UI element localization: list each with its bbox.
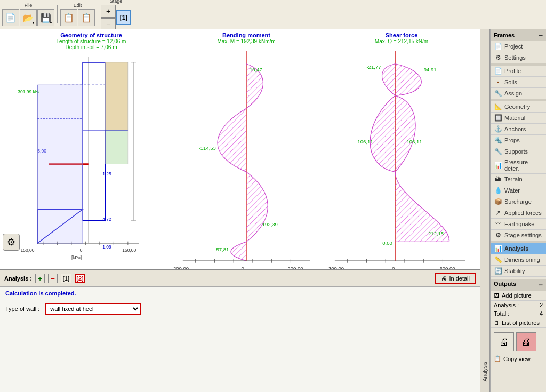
dimensioning-label: Dimensioning <box>504 257 540 263</box>
settings-col: ⚙ <box>3 32 12 267</box>
paste-button[interactable]: 📋 <box>78 9 95 26</box>
outputs-minimize-button[interactable]: − <box>539 281 543 289</box>
copy-view-label: Copy view <box>503 356 531 362</box>
frames-minimize-button[interactable]: − <box>539 31 543 39</box>
shear-chart: Shear force Max. Q = 212,15 kN/m <box>325 32 478 267</box>
geometry-depth: Depth in soil = 7,06 m <box>66 44 117 50</box>
wall-type-select[interactable]: wall fixed at heel wall free at heel can… <box>45 303 141 315</box>
svg-text:0: 0 <box>80 247 83 253</box>
bending-svg-container: 10,47 -114,53 192,39 -57,81 200,00 0 200… <box>170 44 323 269</box>
right-item-assign[interactable]: 🔧 Assign <box>491 88 546 99</box>
active-stage-button[interactable]: [1] <box>116 10 131 25</box>
applied-icon: ↗ <box>494 209 502 217</box>
add-picture-label: Add picture <box>502 292 532 299</box>
stability-label: Stability <box>504 268 525 274</box>
side-tab[interactable]: Analysis <box>480 29 490 392</box>
geometry-length: Length of structure = 12,06 m <box>57 38 126 44</box>
new-button[interactable]: 📄 <box>2 9 19 26</box>
earthquake-icon: 〰 <box>494 220 502 228</box>
print-preview-button[interactable]: 🖨 <box>516 332 536 351</box>
stage-group: Stage + − [1] <box>101 0 131 31</box>
right-item-project[interactable]: 📄 Project <box>491 41 546 52</box>
add-stage-button[interactable]: + <box>35 274 45 283</box>
stage1-button[interactable]: [1] <box>61 274 71 283</box>
save-button[interactable]: 💾▼ <box>37 9 54 26</box>
list-pictures-button[interactable]: 🗒 List of pictures <box>491 318 546 328</box>
svg-text:1,09: 1,09 <box>102 244 111 250</box>
stage-label: Stage <box>110 0 123 4</box>
svg-text:-57,81: -57,81 <box>214 246 229 252</box>
right-item-settings[interactable]: ⚙ Settings <box>491 52 546 63</box>
project-icon: 📄 <box>494 43 502 50</box>
right-item-supports[interactable]: 🔧 Supports <box>491 146 546 157</box>
surcharge-icon: 📦 <box>494 198 502 205</box>
assign-icon: 🔧 <box>494 90 502 97</box>
right-item-soils[interactable]: ▪ Soils <box>491 77 546 88</box>
right-item-profile[interactable]: 📄 Profile <box>491 66 546 77</box>
material-icon: 🔲 <box>494 114 502 122</box>
side-tab-label: Analysis <box>482 362 488 381</box>
bending-title[interactable]: Bending moment <box>222 32 270 38</box>
right-item-water[interactable]: 💧 Water <box>491 185 546 196</box>
water-label: Water <box>504 187 520 194</box>
pressure-icon: 📊 <box>494 162 502 169</box>
svg-text:212,15: 212,15 <box>428 230 444 236</box>
shear-svg-container: -21,77 94,91 -106,11 106,11 0,00 212,15 … <box>325 44 478 269</box>
svg-text:300,00: 300,00 <box>328 266 344 269</box>
terrain-icon: 🏔 <box>494 175 502 183</box>
right-item-earthquake[interactable]: 〰 Earthquake <box>491 219 546 230</box>
analysis-count-value: 2 <box>540 302 543 308</box>
right-item-material[interactable]: 🔲 Material <box>491 113 546 124</box>
earthquake-label: Earthquake <box>504 221 534 227</box>
profile-label: Profile <box>504 68 521 74</box>
calc-complete-text: Calculation is completed. <box>0 287 480 300</box>
right-item-terrain[interactable]: 🏔 Terrain <box>491 174 546 185</box>
supports-icon: 🔧 <box>494 148 502 155</box>
svg-text:300,00: 300,00 <box>440 266 455 269</box>
total-count-value: 4 <box>540 310 543 317</box>
settings-label: Settings <box>504 54 526 61</box>
copy-view-button[interactable]: 📋 Copy view <box>491 354 546 364</box>
stage2-button[interactable]: [2] <box>75 274 85 283</box>
in-detail-label: In detail <box>449 275 470 282</box>
edit-label: Edit <box>74 3 82 8</box>
svg-text:0: 0 <box>392 266 395 269</box>
analysis-icon: 📊 <box>494 245 502 252</box>
right-item-geometry[interactable]: 📐 Geometry <box>491 101 546 113</box>
right-item-props[interactable]: 🔩 Props <box>491 135 546 146</box>
separator2 <box>98 5 98 23</box>
svg-text:0,00: 0,00 <box>382 240 392 246</box>
svg-text:200,00: 200,00 <box>287 266 303 269</box>
open-button[interactable]: 📂▼ <box>20 9 37 26</box>
right-item-pressure[interactable]: 📊 Pressure deter. <box>491 157 546 174</box>
right-item-surcharge[interactable]: 📦 Surcharge <box>491 196 546 207</box>
right-item-stage-settings[interactable]: ⚙ Stage settings <box>491 230 546 241</box>
remove-stage-button[interactable]: − <box>48 274 58 283</box>
svg-rect-8 <box>105 62 127 130</box>
shear-subtitle: Max. Q = 212,15 kN/m <box>375 38 428 44</box>
shear-title[interactable]: Shear force <box>386 32 418 38</box>
right-item-anchors[interactable]: ⚓ Anchors <box>491 124 546 135</box>
right-item-applied[interactable]: ↗ Applied forces <box>491 207 546 219</box>
svg-text:1,25: 1,25 <box>102 171 111 177</box>
right-item-stability[interactable]: 🔄 Stability <box>491 266 546 277</box>
edit-group: Edit 📋 📋 <box>60 3 95 26</box>
bottom-header: Analysis : + − [1] [2] 🖨 In detail <box>0 270 480 287</box>
bending-svg: 10,47 -114,53 192,39 -57,81 200,00 0 200… <box>170 44 323 269</box>
add-picture-icon: 🖼 <box>494 292 500 299</box>
right-item-analysis[interactable]: 📊 Analysis <box>491 243 546 254</box>
in-detail-button[interactable]: 🖨 In detail <box>435 273 476 284</box>
add-picture-button[interactable]: 🖼 Add picture <box>491 291 546 301</box>
copy-button[interactable]: 📋 <box>60 9 77 26</box>
stage-remove-button[interactable]: − <box>101 18 116 31</box>
left-content: ⚙ Geometry of structure Length of struct… <box>0 29 480 392</box>
props-icon: 🔩 <box>494 137 502 144</box>
right-item-dimensioning[interactable]: 📏 Dimensioning <box>491 254 546 266</box>
svg-rect-6 <box>83 62 105 221</box>
file-label: File <box>25 3 33 8</box>
print-button[interactable]: 🖨 <box>494 332 514 351</box>
stage-add-button[interactable]: + <box>101 5 116 18</box>
geometry-title[interactable]: Geometry of structure <box>60 32 122 38</box>
analysis-count-label: Analysis : <box>494 302 519 308</box>
project-label: Project <box>504 43 523 50</box>
